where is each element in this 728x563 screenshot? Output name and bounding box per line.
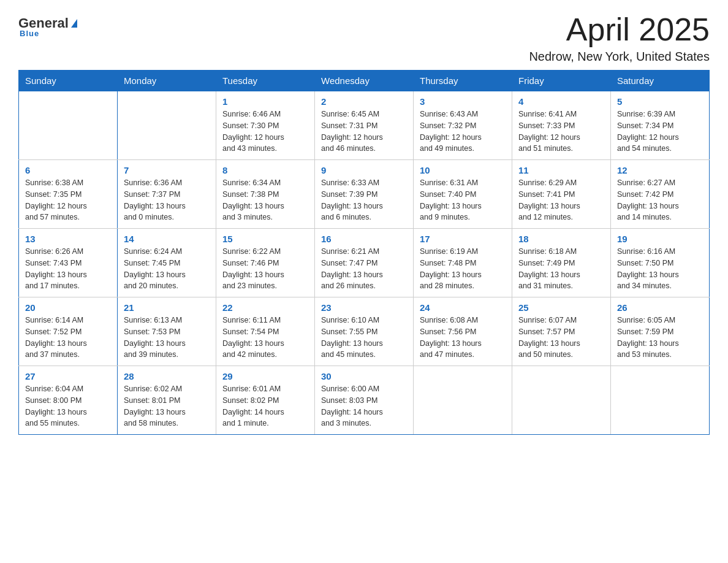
calendar-week-5: 27Sunrise: 6:04 AM Sunset: 8:00 PM Dayli… [19, 366, 710, 435]
calendar-cell: 27Sunrise: 6:04 AM Sunset: 8:00 PM Dayli… [19, 366, 118, 435]
calendar-cell: 10Sunrise: 6:31 AM Sunset: 7:40 PM Dayli… [414, 160, 512, 229]
calendar-cell: 17Sunrise: 6:19 AM Sunset: 7:48 PM Dayli… [414, 229, 512, 297]
header-saturday: Saturday [611, 71, 710, 91]
calendar-cell: 30Sunrise: 6:00 AM Sunset: 8:03 PM Dayli… [315, 366, 414, 435]
day-number: 1 [222, 96, 308, 107]
day-number: 2 [321, 96, 407, 107]
calendar-cell: 9Sunrise: 6:33 AM Sunset: 7:39 PM Daylig… [315, 160, 414, 229]
day-number: 22 [222, 302, 308, 313]
header-thursday: Thursday [414, 71, 512, 91]
calendar-cell: 24Sunrise: 6:08 AM Sunset: 7:56 PM Dayli… [414, 297, 512, 366]
day-number: 19 [617, 234, 703, 244]
day-number: 3 [420, 96, 506, 107]
calendar-cell: 13Sunrise: 6:26 AM Sunset: 7:43 PM Dayli… [19, 229, 118, 297]
day-info: Sunrise: 6:33 AM Sunset: 7:39 PM Dayligh… [321, 177, 407, 223]
calendar-cell: 8Sunrise: 6:34 AM Sunset: 7:38 PM Daylig… [216, 160, 315, 229]
header-wednesday: Wednesday [315, 71, 414, 91]
day-number: 18 [518, 234, 604, 244]
calendar-cell: 15Sunrise: 6:22 AM Sunset: 7:46 PM Dayli… [216, 229, 315, 297]
day-number: 11 [518, 165, 604, 175]
day-number: 28 [124, 371, 210, 381]
day-number: 14 [124, 234, 210, 244]
day-info: Sunrise: 6:45 AM Sunset: 7:31 PM Dayligh… [321, 109, 407, 155]
day-info: Sunrise: 6:19 AM Sunset: 7:48 PM Dayligh… [420, 246, 506, 292]
calendar-cell: 29Sunrise: 6:01 AM Sunset: 8:02 PM Dayli… [216, 366, 315, 435]
calendar-cell: 25Sunrise: 6:07 AM Sunset: 7:57 PM Dayli… [512, 297, 611, 366]
calendar-cell: 1Sunrise: 6:46 AM Sunset: 7:30 PM Daylig… [216, 91, 315, 160]
day-number: 8 [222, 165, 308, 175]
day-number: 6 [25, 165, 111, 175]
logo-triangle-icon [71, 19, 77, 28]
calendar-cell: 7Sunrise: 6:36 AM Sunset: 7:37 PM Daylig… [118, 160, 216, 229]
day-number: 26 [617, 302, 703, 313]
day-number: 7 [124, 165, 210, 175]
day-number: 13 [25, 234, 111, 244]
day-number: 24 [420, 302, 506, 313]
day-info: Sunrise: 6:02 AM Sunset: 8:01 PM Dayligh… [124, 383, 210, 429]
day-info: Sunrise: 6:01 AM Sunset: 8:02 PM Dayligh… [222, 383, 308, 429]
header-friday: Friday [512, 71, 611, 91]
day-info: Sunrise: 6:36 AM Sunset: 7:37 PM Dayligh… [124, 177, 210, 223]
page-header: General Blue April 2025 Nedrow, New York… [18, 12, 710, 64]
calendar-cell [414, 366, 512, 435]
day-info: Sunrise: 6:21 AM Sunset: 7:47 PM Dayligh… [321, 246, 407, 292]
day-info: Sunrise: 6:41 AM Sunset: 7:33 PM Dayligh… [518, 109, 604, 155]
day-number: 30 [321, 371, 407, 381]
header-monday: Monday [118, 71, 216, 91]
day-number: 21 [124, 302, 210, 313]
day-info: Sunrise: 6:11 AM Sunset: 7:54 PM Dayligh… [222, 315, 308, 361]
day-number: 16 [321, 234, 407, 244]
calendar-subtitle: Nedrow, New York, United States [529, 50, 710, 64]
calendar-cell: 20Sunrise: 6:14 AM Sunset: 7:52 PM Dayli… [19, 297, 118, 366]
calendar-week-3: 13Sunrise: 6:26 AM Sunset: 7:43 PM Dayli… [19, 229, 710, 297]
calendar-cell: 11Sunrise: 6:29 AM Sunset: 7:41 PM Dayli… [512, 160, 611, 229]
header-tuesday: Tuesday [216, 71, 315, 91]
day-info: Sunrise: 6:26 AM Sunset: 7:43 PM Dayligh… [25, 246, 111, 292]
day-number: 25 [518, 302, 604, 313]
calendar-cell: 23Sunrise: 6:10 AM Sunset: 7:55 PM Dayli… [315, 297, 414, 366]
calendar-cell: 18Sunrise: 6:18 AM Sunset: 7:49 PM Dayli… [512, 229, 611, 297]
day-info: Sunrise: 6:29 AM Sunset: 7:41 PM Dayligh… [518, 177, 604, 223]
day-number: 4 [518, 96, 604, 107]
day-info: Sunrise: 6:18 AM Sunset: 7:49 PM Dayligh… [518, 246, 604, 292]
day-number: 20 [25, 302, 111, 313]
day-info: Sunrise: 6:04 AM Sunset: 8:00 PM Dayligh… [25, 383, 111, 429]
calendar-cell: 5Sunrise: 6:39 AM Sunset: 7:34 PM Daylig… [611, 91, 710, 160]
day-info: Sunrise: 6:38 AM Sunset: 7:35 PM Dayligh… [25, 177, 111, 223]
calendar-cell: 21Sunrise: 6:13 AM Sunset: 7:53 PM Dayli… [118, 297, 216, 366]
calendar-week-2: 6Sunrise: 6:38 AM Sunset: 7:35 PM Daylig… [19, 160, 710, 229]
day-info: Sunrise: 6:08 AM Sunset: 7:56 PM Dayligh… [420, 315, 506, 361]
calendar-week-1: 1Sunrise: 6:46 AM Sunset: 7:30 PM Daylig… [19, 91, 710, 160]
day-info: Sunrise: 6:07 AM Sunset: 7:57 PM Dayligh… [518, 315, 604, 361]
calendar-cell: 2Sunrise: 6:45 AM Sunset: 7:31 PM Daylig… [315, 91, 414, 160]
calendar-cell [118, 91, 216, 160]
calendar-header-row: SundayMondayTuesdayWednesdayThursdayFrid… [19, 71, 710, 91]
calendar-cell [512, 366, 611, 435]
day-number: 12 [617, 165, 703, 175]
calendar-cell: 19Sunrise: 6:16 AM Sunset: 7:50 PM Dayli… [611, 229, 710, 297]
calendar-cell [611, 366, 710, 435]
day-info: Sunrise: 6:00 AM Sunset: 8:03 PM Dayligh… [321, 383, 407, 429]
day-number: 23 [321, 302, 407, 313]
day-info: Sunrise: 6:16 AM Sunset: 7:50 PM Dayligh… [617, 246, 703, 292]
calendar-cell: 14Sunrise: 6:24 AM Sunset: 7:45 PM Dayli… [118, 229, 216, 297]
calendar-cell: 6Sunrise: 6:38 AM Sunset: 7:35 PM Daylig… [19, 160, 118, 229]
day-info: Sunrise: 6:24 AM Sunset: 7:45 PM Dayligh… [124, 246, 210, 292]
day-info: Sunrise: 6:46 AM Sunset: 7:30 PM Dayligh… [222, 109, 308, 155]
calendar-table: SundayMondayTuesdayWednesdayThursdayFrid… [18, 70, 710, 435]
day-number: 27 [25, 371, 111, 381]
day-number: 17 [420, 234, 506, 244]
day-info: Sunrise: 6:39 AM Sunset: 7:34 PM Dayligh… [617, 109, 703, 155]
calendar-title: April 2025 [529, 12, 710, 47]
day-info: Sunrise: 6:10 AM Sunset: 7:55 PM Dayligh… [321, 315, 407, 361]
day-info: Sunrise: 6:14 AM Sunset: 7:52 PM Dayligh… [25, 315, 111, 361]
calendar-week-4: 20Sunrise: 6:14 AM Sunset: 7:52 PM Dayli… [19, 297, 710, 366]
day-info: Sunrise: 6:27 AM Sunset: 7:42 PM Dayligh… [617, 177, 703, 223]
day-info: Sunrise: 6:34 AM Sunset: 7:38 PM Dayligh… [222, 177, 308, 223]
day-info: Sunrise: 6:22 AM Sunset: 7:46 PM Dayligh… [222, 246, 308, 292]
title-section: April 2025 Nedrow, New York, United Stat… [529, 12, 710, 64]
day-info: Sunrise: 6:13 AM Sunset: 7:53 PM Dayligh… [124, 315, 210, 361]
day-info: Sunrise: 6:05 AM Sunset: 7:59 PM Dayligh… [617, 315, 703, 361]
day-info: Sunrise: 6:31 AM Sunset: 7:40 PM Dayligh… [420, 177, 506, 223]
calendar-cell: 12Sunrise: 6:27 AM Sunset: 7:42 PM Dayli… [611, 160, 710, 229]
